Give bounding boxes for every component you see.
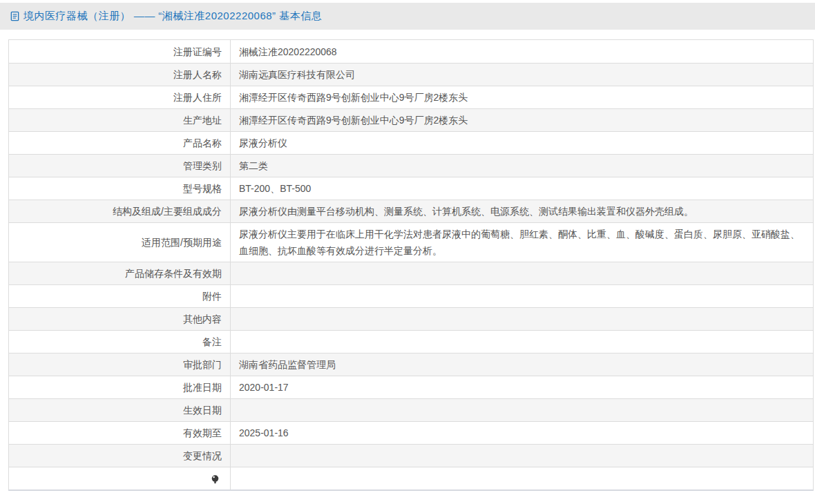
row-value: 尿液分析仪由测量平台移动机构、测量系统、计算机系统、电源系统、测试结果输出装置和… [231, 200, 813, 222]
table-row: 注册人名称 湖南远真医疗科技有限公司 [9, 63, 813, 86]
table-row: 备注 [9, 330, 813, 353]
table-row: 产品储存条件及有效期 [9, 262, 813, 284]
row-value [231, 262, 813, 284]
row-label: 管理类别 [9, 155, 231, 177]
row-label: 注册人住所 [9, 86, 231, 108]
table-row: 生产地址 湘潭经开区传奇西路9号创新创业中心9号厂房2楼东头 [9, 108, 813, 131]
row-label: 有效期至 [9, 422, 231, 444]
table-row: 附件 [9, 284, 813, 307]
row-value [231, 467, 813, 490]
table-row: 审批部门 湖南省药品监督管理局 [9, 353, 813, 376]
table-row: 有效期至 2025-01-16 [9, 421, 813, 444]
row-value: 尿液分析仪 [231, 132, 813, 154]
row-label: 产品名称 [9, 132, 231, 154]
table-row: 变更情况 [9, 444, 813, 467]
row-label: 变更情况 [9, 445, 231, 467]
table-row: 批准日期 2020-01-17 [9, 376, 813, 398]
table-row: 其他内容 [9, 307, 813, 330]
row-label: 审批部门 [9, 353, 231, 376]
row-value [231, 308, 813, 330]
page-title: 境内医疗器械（注册） —— “湘械注准20202220068” 基本信息 [23, 10, 322, 23]
row-label: 注册人名称 [9, 64, 231, 86]
row-label: 结构及组成/主要组成成分 [9, 200, 231, 222]
row-label: 生效日期 [9, 399, 231, 421]
table-row: 型号规格 BT-200、BT-500 [9, 177, 813, 200]
row-label: 型号规格 [9, 177, 231, 200]
table-row: 适用范围/预期用途 尿液分析仪主要用于在临床上用干化学法对患者尿液中的葡萄糖、胆… [9, 222, 813, 262]
table-row: 生效日期 [9, 398, 813, 421]
table-row: 产品名称 尿液分析仪 [9, 131, 813, 154]
table-row: 结构及组成/主要组成成分 尿液分析仪由测量平台移动机构、测量系统、计算机系统、电… [9, 200, 813, 222]
row-label: 备注 [9, 331, 231, 353]
row-value: 第二类 [231, 155, 813, 177]
document-icon [10, 11, 20, 21]
page-header: 境内医疗器械（注册） —— “湘械注准20202220068” 基本信息 [0, 3, 815, 30]
row-value [231, 445, 813, 467]
table-row: 注册人住所 湘潭经开区传奇西路9号创新创业中心9号厂房2楼东头 [9, 86, 813, 108]
table-row: 管理类别 第二类 [9, 154, 813, 177]
row-value [231, 331, 813, 353]
row-value: BT-200、BT-500 [231, 177, 813, 200]
bulb-icon [211, 474, 220, 485]
row-value: 湘潭经开区传奇西路9号创新创业中心9号厂房2楼东头 [231, 109, 813, 131]
registration-info-table: 注册证编号 湘械注准20202220068 注册人名称 湖南远真医疗科技有限公司… [8, 39, 814, 491]
row-value: 湖南远真医疗科技有限公司 [231, 64, 813, 86]
row-label: 产品储存条件及有效期 [9, 262, 231, 284]
row-value: 湖南省药品监督管理局 [231, 353, 813, 376]
row-value: 2020-01-17 [231, 376, 813, 398]
row-value [231, 399, 813, 421]
table-row: 注册证编号 湘械注准20202220068 [9, 40, 813, 63]
row-label: 适用范围/预期用途 [9, 223, 231, 262]
row-value: 湘潭经开区传奇西路9号创新创业中心9号厂房2楼东头 [231, 86, 813, 108]
row-label [9, 467, 231, 490]
row-value [231, 285, 813, 307]
row-label: 注册证编号 [9, 40, 231, 63]
row-value: 2025-01-16 [231, 422, 813, 444]
row-value: 尿液分析仪主要用于在临床上用干化学法对患者尿液中的葡萄糖、胆红素、酮体、比重、血… [231, 223, 813, 262]
row-label: 附件 [9, 285, 231, 307]
row-value: 湘械注准20202220068 [231, 40, 813, 63]
row-label: 批准日期 [9, 376, 231, 398]
row-label: 其他内容 [9, 308, 231, 330]
row-label: 生产地址 [9, 109, 231, 131]
table-row-note [9, 467, 813, 490]
